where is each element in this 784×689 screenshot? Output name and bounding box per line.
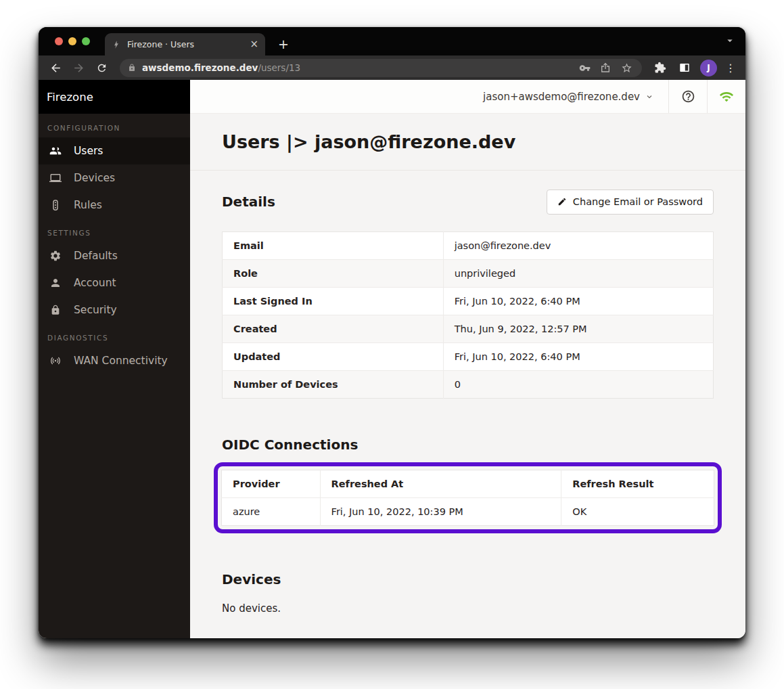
detail-value: Thu, Jun 9, 2022, 12:57 PM bbox=[443, 315, 713, 343]
sidebar-section-settings: SETTINGS bbox=[47, 229, 190, 237]
purple-highlight-annotation: Provider Refreshed At Refresh Result azu… bbox=[214, 462, 722, 533]
sidebar-item-rules[interactable]: Rules bbox=[39, 192, 190, 219]
help-button[interactable] bbox=[669, 80, 707, 113]
signal-icon bbox=[49, 355, 62, 367]
sidebar-item-wan-connectivity[interactable]: WAN Connectivity bbox=[39, 347, 190, 374]
sidebar-item-account[interactable]: Account bbox=[39, 269, 190, 296]
browser-menu-icon[interactable]: ⋮ bbox=[724, 62, 737, 74]
sidebar-item-label: WAN Connectivity bbox=[74, 355, 168, 367]
wifi-icon bbox=[719, 89, 734, 104]
detail-value: unprivileged bbox=[443, 260, 713, 288]
table-header-row: Provider Refreshed At Refresh Result bbox=[222, 470, 714, 498]
page-title-bar: Users |> jason@firezone.dev bbox=[190, 114, 745, 171]
close-window-button[interactable] bbox=[55, 37, 63, 45]
table-row: Role unprivileged bbox=[223, 260, 714, 288]
app-content: Firezone CONFIGURATION Users Devices Rul… bbox=[39, 80, 745, 638]
favicon bbox=[112, 40, 121, 49]
bookmark-star-icon[interactable] bbox=[619, 60, 634, 75]
browser-window: Firezone · Users × + awsdemo.firezone.de… bbox=[39, 27, 745, 638]
detail-label: Last Signed In bbox=[223, 288, 444, 315]
gear-icon bbox=[49, 250, 62, 262]
column-header-refresh-result: Refresh Result bbox=[561, 470, 714, 498]
browser-tab[interactable]: Firezone · Users × bbox=[105, 33, 265, 55]
key-icon[interactable] bbox=[577, 60, 592, 75]
devices-empty-text: No devices. bbox=[222, 602, 714, 615]
oidc-refreshed-at: Fri, Jun 10, 2022, 10:39 PM bbox=[320, 498, 561, 526]
profile-avatar[interactable]: J bbox=[700, 60, 717, 76]
extensions-puzzle-icon[interactable] bbox=[651, 59, 669, 76]
sidebar-item-security[interactable]: Security bbox=[39, 296, 190, 324]
table-row: Email jason@firezone.dev bbox=[223, 232, 714, 260]
detail-value: Fri, Jun 10, 2022, 6:40 PM bbox=[443, 288, 713, 315]
side-panel-icon[interactable] bbox=[676, 59, 693, 76]
devices-heading: Devices bbox=[222, 571, 714, 587]
detail-label: Created bbox=[223, 315, 444, 343]
laptop-icon bbox=[49, 172, 62, 184]
users-icon bbox=[49, 145, 62, 157]
url-path: /users/13 bbox=[258, 62, 300, 73]
url-domain: awsdemo.firezone.dev bbox=[142, 62, 258, 73]
zoom-window-button[interactable] bbox=[82, 37, 90, 45]
detail-label: Updated bbox=[223, 343, 444, 371]
tab-close-icon[interactable]: × bbox=[250, 39, 258, 49]
table-row: Created Thu, Jun 9, 2022, 12:57 PM bbox=[223, 315, 714, 343]
devices-section: Devices No devices. bbox=[222, 571, 714, 615]
new-tab-button[interactable]: + bbox=[273, 34, 294, 54]
sidebar-item-users[interactable]: Users bbox=[39, 137, 190, 164]
url-bar[interactable]: awsdemo.firezone.dev/users/13 bbox=[120, 59, 642, 77]
back-icon[interactable] bbox=[47, 59, 64, 76]
brand-logo[interactable]: Firezone bbox=[39, 80, 190, 114]
sidebar-item-label: Account bbox=[74, 277, 116, 289]
detail-value: Fri, Jun 10, 2022, 6:40 PM bbox=[443, 343, 713, 371]
share-icon[interactable] bbox=[598, 60, 613, 75]
url-text: awsdemo.firezone.dev/users/13 bbox=[142, 62, 571, 73]
sidebar: Firezone CONFIGURATION Users Devices Rul… bbox=[39, 80, 190, 638]
oidc-connections-section: OIDC Connections Provider Refreshed At R… bbox=[222, 437, 714, 533]
lock-icon bbox=[49, 305, 62, 315]
toolbar-extensions-area: J ⋮ bbox=[651, 59, 737, 76]
account-dropdown[interactable]: jason+awsdemo@firezone.dev bbox=[468, 80, 668, 113]
detail-label: Role bbox=[223, 260, 444, 288]
detail-label: Number of Devices bbox=[223, 371, 444, 399]
sidebar-item-devices[interactable]: Devices bbox=[39, 164, 190, 192]
page-body: Details Change Email or Password Email j… bbox=[190, 171, 745, 638]
top-navbar: jason+awsdemo@firezone.dev bbox=[190, 80, 745, 114]
person-icon bbox=[49, 277, 62, 289]
sidebar-item-label: Devices bbox=[74, 172, 115, 184]
details-section: Details Change Email or Password Email j… bbox=[222, 189, 714, 399]
chevron-down-icon bbox=[645, 93, 653, 101]
reload-icon[interactable] bbox=[93, 59, 110, 76]
change-email-password-button[interactable]: Change Email or Password bbox=[547, 190, 714, 215]
oidc-table: Provider Refreshed At Refresh Result azu… bbox=[221, 470, 714, 526]
details-heading: Details bbox=[222, 194, 275, 210]
sidebar-section-diagnostics: DIAGNOSTICS bbox=[47, 334, 190, 342]
forward-icon[interactable] bbox=[70, 59, 87, 76]
oidc-heading: OIDC Connections bbox=[222, 437, 714, 453]
pencil-icon bbox=[557, 197, 567, 206]
help-icon bbox=[681, 89, 695, 104]
sidebar-item-label: Security bbox=[74, 304, 117, 316]
table-row: azure Fri, Jun 10, 2022, 10:39 PM OK bbox=[222, 498, 714, 526]
detail-value: jason@firezone.dev bbox=[443, 232, 713, 260]
sidebar-item-label: Users bbox=[74, 145, 103, 157]
oidc-provider: azure bbox=[222, 498, 321, 526]
sidebar-item-defaults[interactable]: Defaults bbox=[39, 242, 190, 269]
table-row: Number of Devices 0 bbox=[223, 371, 714, 399]
detail-label: Email bbox=[223, 232, 444, 260]
tab-title: Firezone · Users bbox=[127, 39, 244, 49]
main-area: jason+awsdemo@firezone.dev Users |> jaso… bbox=[190, 80, 745, 638]
oidc-refresh-result: OK bbox=[561, 498, 714, 526]
page-title: Users |> jason@firezone.dev bbox=[222, 131, 515, 152]
table-row: Last Signed In Fri, Jun 10, 2022, 6:40 P… bbox=[223, 288, 714, 315]
tab-strip: Firezone · Users × + bbox=[39, 27, 745, 55]
column-header-refreshed-at: Refreshed At bbox=[320, 470, 561, 498]
minimize-window-button[interactable] bbox=[68, 37, 76, 45]
connection-status bbox=[708, 80, 745, 113]
browser-toolbar: awsdemo.firezone.dev/users/13 J ⋮ bbox=[39, 55, 745, 80]
tab-search-chevron-icon[interactable] bbox=[724, 35, 736, 47]
rules-icon bbox=[49, 199, 62, 211]
account-email: jason+awsdemo@firezone.dev bbox=[483, 91, 640, 103]
details-table: Email jason@firezone.dev Role unprivileg… bbox=[222, 231, 714, 399]
sidebar-item-label: Defaults bbox=[74, 250, 118, 262]
column-header-provider: Provider bbox=[222, 470, 321, 498]
